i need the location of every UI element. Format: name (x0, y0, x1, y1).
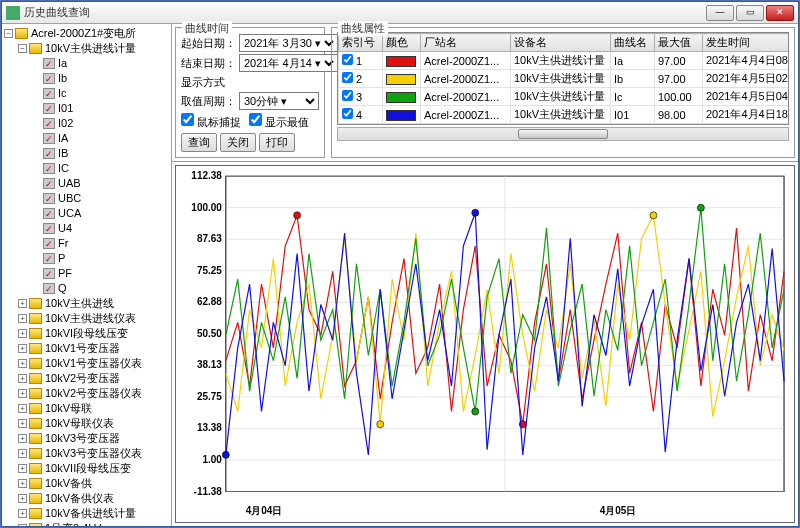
print-button[interactable]: 打印 (259, 133, 295, 152)
tree-node[interactable]: +10kV1号变压器仪表 (18, 356, 171, 371)
tree-leaf[interactable]: +UCA (32, 206, 171, 221)
folder-icon (29, 418, 42, 429)
tree-node[interactable]: +10kV1号变压器 (18, 341, 171, 356)
svg-point-27 (377, 421, 384, 428)
chart-leaf-icon (43, 193, 55, 204)
svg-text:75.25: 75.25 (197, 265, 222, 276)
svg-point-31 (222, 451, 229, 458)
tree-leaf[interactable]: +IB (32, 146, 171, 161)
svg-text:100.00: 100.00 (191, 202, 222, 213)
tree-node[interactable]: +10kVI段母线压变 (18, 326, 171, 341)
svg-text:87.63: 87.63 (197, 233, 222, 244)
svg-text:25.75: 25.75 (197, 391, 222, 402)
tree-node[interactable]: +10kV3号变压器仪表 (18, 446, 171, 461)
tree-node[interactable]: +10kV备供仪表 (18, 491, 171, 506)
tree-node[interactable]: +10kV备供 (18, 476, 171, 491)
tree-node-root[interactable]: −Acrel-2000Z1#变电所 (4, 26, 171, 41)
cursor-capture-checkbox[interactable]: 鼠标捕捉 (181, 113, 241, 130)
tree-leaf[interactable]: +UBC (32, 191, 171, 206)
tree-node[interactable]: +10kV主供进线 (18, 296, 171, 311)
tree-leaf[interactable]: +IA (32, 131, 171, 146)
folder-icon (29, 358, 42, 369)
period-select[interactable]: 30分钟 ▾ (239, 92, 319, 110)
chart-area[interactable]: -11.381.0013.3825.7538.1350.5062.8875.25… (175, 165, 795, 523)
svg-point-26 (650, 212, 657, 219)
svg-text:1.00: 1.00 (202, 454, 222, 465)
color-swatch (386, 92, 416, 103)
tree-leaf[interactable]: +UAB (32, 176, 171, 191)
folder-icon (29, 43, 42, 54)
chart-leaf-icon (43, 103, 55, 114)
minimize-button[interactable]: — (706, 5, 734, 21)
tree-leaf[interactable]: +P (32, 251, 171, 266)
show-max-checkbox[interactable]: 显示最值 (249, 113, 309, 130)
row-checkbox[interactable] (342, 108, 353, 119)
chart-leaf-icon (43, 58, 55, 69)
close-button[interactable]: ✕ (766, 5, 794, 21)
tree-leaf[interactable]: +Ia (32, 56, 171, 71)
chart-leaf-icon (43, 238, 55, 249)
display-mode-label: 显示方式 (181, 75, 319, 90)
tree-leaf[interactable]: +I02 (32, 116, 171, 131)
tree-leaf[interactable]: +PF (32, 266, 171, 281)
grid-header[interactable]: 颜色 (383, 34, 421, 52)
folder-icon (29, 403, 42, 414)
grid-row[interactable]: 2 Acrel-2000Z1...10kV主供进线计量Ib97.002021年4… (339, 70, 790, 88)
chart-leaf-icon (43, 208, 55, 219)
color-swatch (386, 56, 416, 67)
grid-row[interactable]: 1 Acrel-2000Z1...10kV主供进线计量Ia97.002021年4… (339, 52, 790, 70)
folder-icon (29, 433, 42, 444)
folder-icon (29, 523, 42, 526)
svg-text:38.13: 38.13 (197, 359, 222, 370)
folder-icon (29, 493, 42, 504)
grid-row[interactable]: 3 Acrel-2000Z1...10kV主供进线计量Ic100.002021年… (339, 88, 790, 106)
tree-node[interactable]: +10kVII段母线压变 (18, 461, 171, 476)
tree-leaf[interactable]: +Ib (32, 71, 171, 86)
folder-icon (29, 448, 42, 459)
tree-leaf[interactable]: +Q (32, 281, 171, 296)
tree-node[interactable]: +1号变0.4kV (18, 521, 171, 526)
start-date-select[interactable]: 2021年 3月30 ▾ (239, 34, 338, 52)
end-date-label: 结束日期： (181, 56, 236, 71)
grid-row[interactable]: 4 Acrel-2000Z1...10kV主供进线计量I0198.002021年… (339, 106, 790, 124)
svg-text:4月05日: 4月05日 (600, 505, 636, 516)
svg-point-30 (472, 209, 479, 216)
row-checkbox[interactable] (342, 54, 353, 65)
tree-leaf[interactable]: +U4 (32, 221, 171, 236)
grid-scrollbar[interactable] (337, 127, 789, 141)
tree-leaf[interactable]: +Ic (32, 86, 171, 101)
chart-leaf-icon (43, 148, 55, 159)
folder-icon (29, 388, 42, 399)
color-swatch (386, 74, 416, 85)
grid-header[interactable]: 设备名 (511, 34, 611, 52)
tree-leaf[interactable]: +Fr (32, 236, 171, 251)
folder-icon (29, 508, 42, 519)
grid-header[interactable]: 最大值 (655, 34, 703, 52)
maximize-button[interactable]: ▭ (736, 5, 764, 21)
row-checkbox[interactable] (342, 90, 353, 101)
tree-node[interactable]: +10kV母联仪表 (18, 416, 171, 431)
grid-header[interactable]: 发生时间 (703, 34, 790, 52)
grid-header[interactable]: 曲线名 (611, 34, 655, 52)
tree-node[interactable]: +10kV2号变压器仪表 (18, 386, 171, 401)
tree-node[interactable]: +10kV主供进线仪表 (18, 311, 171, 326)
tree-node[interactable]: −10kV主供进线计量 (18, 41, 171, 56)
tree-node[interactable]: +10kV备供进线计量 (18, 506, 171, 521)
query-button[interactable]: 查询 (181, 133, 217, 152)
svg-point-28 (697, 204, 704, 211)
end-date-select[interactable]: 2021年 4月14 ▾ (239, 54, 338, 72)
row-checkbox[interactable] (342, 72, 353, 83)
tree-pane[interactable]: −Acrel-2000Z1#变电所−10kV主供进线计量+Ia+Ib+Ic+I0… (2, 24, 172, 526)
titlebar: 历史曲线查询 — ▭ ✕ (2, 2, 798, 24)
attribute-grid[interactable]: 索引号颜色厂站名设备名曲线名最大值发生时间 1 Acrel-2000Z1...1… (337, 32, 789, 125)
tree-node[interactable]: +10kV母联 (18, 401, 171, 416)
svg-point-29 (472, 408, 479, 415)
tree-leaf[interactable]: +IC (32, 161, 171, 176)
folder-icon (29, 313, 42, 324)
tree-node[interactable]: +10kV2号变压器 (18, 371, 171, 386)
grid-header[interactable]: 厂站名 (421, 34, 511, 52)
tree-node[interactable]: +10kV3号变压器 (18, 431, 171, 446)
close-panel-button[interactable]: 关闭 (220, 133, 256, 152)
grid-header[interactable]: 索引号 (339, 34, 383, 52)
tree-leaf[interactable]: +I01 (32, 101, 171, 116)
